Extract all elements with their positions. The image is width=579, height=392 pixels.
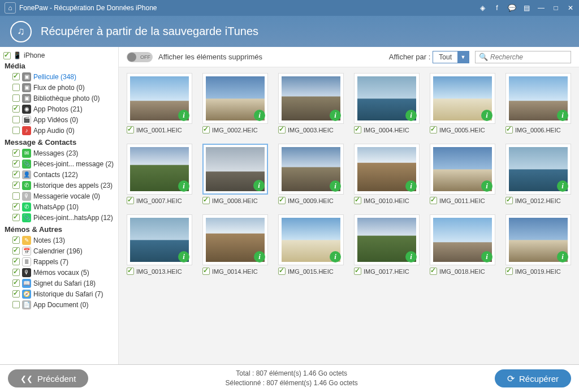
info-icon[interactable]: i bbox=[405, 251, 417, 262]
thumbnail-checkbox[interactable] bbox=[127, 126, 134, 133]
thumbnail-checkbox[interactable] bbox=[127, 268, 134, 275]
thumbnail-checkbox[interactable] bbox=[505, 268, 513, 275]
sidebar-item-app-videos[interactable]: 🎬App Vidéos (0) bbox=[3, 114, 115, 125]
sidebar-checkbox[interactable] bbox=[12, 269, 20, 276]
photo-thumbnail[interactable]: iIMG_0015.HEIC bbox=[278, 214, 344, 275]
info-icon[interactable]: i bbox=[254, 110, 265, 121]
info-icon[interactable]: i bbox=[330, 110, 341, 121]
photo-thumbnail[interactable]: iIMG_0019.HEIC bbox=[505, 214, 571, 275]
photo-thumbnail[interactable]: iIMG_0018.HEIC bbox=[430, 214, 495, 275]
sidebar-item-pj-whatsapp[interactable]: 📎Pièces-joint...hatsApp (12) bbox=[3, 212, 115, 223]
thumbnail-checkbox[interactable] bbox=[278, 268, 286, 275]
sidebar-item-signet-safari[interactable]: 📖Signet du Safari (18) bbox=[3, 278, 115, 288]
sidebar-checkbox[interactable] bbox=[12, 116, 20, 123]
info-icon[interactable]: i bbox=[330, 180, 341, 192]
search-input[interactable] bbox=[490, 53, 567, 61]
thumbnail-checkbox[interactable] bbox=[202, 197, 210, 204]
info-icon[interactable]: i bbox=[253, 180, 265, 191]
photo-thumbnail[interactable]: iIMG_0006.HEIC bbox=[505, 73, 571, 133]
sidebar-item-messagerie-vocale[interactable]: 🎙Messagerie vocale (0) bbox=[3, 191, 115, 201]
thumbnail-checkbox[interactable] bbox=[505, 197, 513, 204]
thumbnail-checkbox[interactable] bbox=[505, 126, 513, 133]
sidebar-checkbox[interactable] bbox=[12, 236, 20, 244]
thumbnail-checkbox[interactable] bbox=[430, 126, 437, 133]
photo-thumbnail[interactable]: iIMG_0005.HEIC bbox=[430, 73, 495, 133]
thumbnail-checkbox[interactable] bbox=[354, 126, 361, 133]
thumbnail-checkbox[interactable] bbox=[430, 197, 437, 204]
photo-thumbnail[interactable]: iIMG_0008.HEIC bbox=[202, 144, 268, 204]
sidebar-item-messages[interactable]: ✉Messages (23) bbox=[3, 148, 115, 158]
sidebar-item-bibliotheque-photo[interactable]: ▣Bibliothèque photo (0) bbox=[3, 93, 115, 104]
thumbnail-checkbox[interactable] bbox=[202, 126, 210, 133]
photo-thumbnail[interactable]: iIMG_0009.HEIC bbox=[278, 144, 344, 204]
sidebar-item-app-photos[interactable]: ◉App Photos (21) bbox=[3, 104, 115, 114]
info-icon[interactable]: i bbox=[557, 110, 568, 121]
sidebar-checkbox[interactable] bbox=[12, 105, 20, 113]
photo-thumbnail[interactable]: iIMG_0007.HEIC bbox=[127, 144, 192, 204]
facebook-icon[interactable]: f bbox=[493, 4, 501, 12]
minimize-button[interactable]: — bbox=[537, 4, 545, 12]
info-icon[interactable]: i bbox=[557, 180, 568, 192]
photo-thumbnail[interactable]: iIMG_0004.HEIC bbox=[354, 73, 420, 133]
info-icon[interactable]: i bbox=[405, 110, 417, 121]
sidebar-item-app-audio[interactable]: ♪App Audio (0) bbox=[3, 125, 115, 136]
sidebar-item-historique-safari[interactable]: 🧭Historique du Safari (7) bbox=[3, 288, 115, 299]
info-icon[interactable]: i bbox=[178, 251, 189, 262]
thumbnail-checkbox[interactable] bbox=[354, 268, 361, 275]
sidebar-checkbox[interactable] bbox=[12, 160, 20, 167]
close-button[interactable]: ✕ bbox=[567, 4, 574, 12]
photo-thumbnail[interactable]: iIMG_0011.HEIC bbox=[430, 144, 495, 204]
photo-thumbnail[interactable]: iIMG_0014.HEIC bbox=[202, 214, 268, 275]
sidebar-checkbox[interactable] bbox=[12, 84, 20, 91]
thumbnail-checkbox[interactable] bbox=[430, 268, 437, 275]
sidebar-checkbox[interactable] bbox=[12, 301, 20, 308]
sidebar-checkbox[interactable] bbox=[12, 258, 20, 265]
info-icon[interactable]: i bbox=[481, 251, 492, 262]
previous-button[interactable]: ❮❮ Précédent bbox=[8, 369, 88, 387]
sidebar-item-app-document[interactable]: 📄App Document (0) bbox=[3, 299, 115, 310]
info-icon[interactable]: i bbox=[178, 180, 189, 192]
photo-thumbnail[interactable]: iIMG_0001.HEIC bbox=[127, 73, 192, 133]
photo-thumbnail[interactable]: iIMG_0013.HEIC bbox=[127, 214, 192, 275]
chat-icon[interactable]: 💬 bbox=[508, 4, 516, 12]
photo-thumbnail[interactable]: iIMG_0002.HEIC bbox=[202, 73, 268, 133]
photo-thumbnail[interactable]: iIMG_0017.HEIC bbox=[354, 214, 420, 275]
thumbnail-checkbox[interactable] bbox=[354, 197, 361, 204]
display-by-select[interactable]: Tout ▼ bbox=[433, 51, 469, 63]
sidebar-item-memos-vocaux[interactable]: 🎙Mémos vocaux (5) bbox=[3, 267, 115, 278]
sidebar-checkbox[interactable] bbox=[12, 192, 20, 200]
info-icon[interactable]: i bbox=[330, 251, 341, 262]
thumbnail-checkbox[interactable] bbox=[278, 126, 286, 133]
search-box[interactable]: 🔍 bbox=[475, 51, 571, 63]
sidebar-item-flux-photo[interactable]: ▣Flux de photo (0) bbox=[3, 82, 115, 93]
sidebar-checkbox[interactable] bbox=[12, 279, 20, 287]
info-icon[interactable]: i bbox=[178, 110, 189, 121]
photo-thumbnail[interactable]: iIMG_0012.HEIC bbox=[505, 144, 571, 204]
photo-thumbnail[interactable]: iIMG_0003.HEIC bbox=[278, 73, 344, 133]
deleted-toggle[interactable]: OFF bbox=[127, 52, 153, 62]
sidebar-checkbox[interactable] bbox=[12, 247, 20, 255]
sidebar-checkbox[interactable] bbox=[12, 149, 20, 157]
sidebar-checkbox[interactable] bbox=[12, 127, 20, 134]
sidebar-item-pellicule[interactable]: ▣Pellicule (348) bbox=[3, 71, 115, 82]
info-icon[interactable]: i bbox=[481, 180, 492, 192]
sidebar-item-pj-message[interactable]: 📎Pièces-joint... message (2) bbox=[3, 158, 115, 169]
sidebar-checkbox[interactable] bbox=[12, 290, 20, 298]
sidebar-checkbox[interactable] bbox=[12, 171, 20, 178]
device-row[interactable]: 📱 iPhone bbox=[3, 51, 115, 59]
sidebar-checkbox[interactable] bbox=[12, 73, 20, 80]
home-button[interactable]: ⌂ bbox=[5, 2, 16, 14]
sidebar-item-calendrier[interactable]: 📅Calendrier (196) bbox=[3, 245, 115, 256]
sidebar-checkbox[interactable] bbox=[12, 214, 20, 221]
sidebar-item-historique-appels[interactable]: ✆Historique des appels (23) bbox=[3, 180, 115, 191]
sidebar-item-rappels[interactable]: ≣Rappels (7) bbox=[3, 256, 115, 267]
recover-button[interactable]: ⟳ Récupérer bbox=[495, 369, 571, 387]
sidebar-checkbox[interactable] bbox=[12, 203, 20, 210]
thumbnail-checkbox[interactable] bbox=[202, 268, 210, 275]
info-icon[interactable]: i bbox=[481, 110, 492, 121]
sidebar-item-contacts[interactable]: 👤Contacts (122) bbox=[3, 169, 115, 180]
sidebar-item-whatsapp[interactable]: ✆WhatsApp (10) bbox=[3, 201, 115, 212]
device-checkbox[interactable] bbox=[3, 52, 11, 59]
thumbnail-checkbox[interactable] bbox=[127, 197, 134, 204]
sidebar-checkbox[interactable] bbox=[12, 182, 20, 189]
